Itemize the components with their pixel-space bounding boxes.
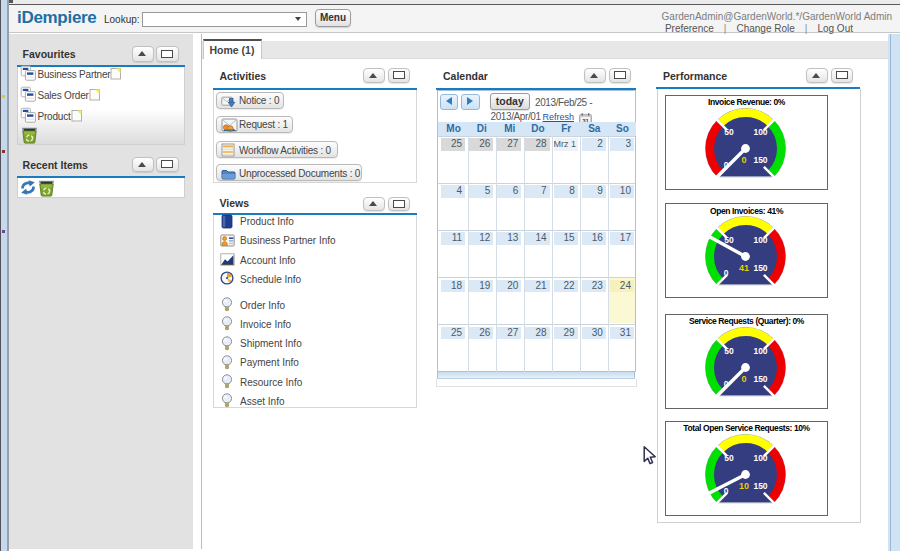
svg-text:50: 50 [724, 453, 734, 463]
svg-text:100: 100 [753, 127, 767, 137]
svg-text:10: 10 [739, 481, 749, 491]
svg-text:41: 41 [739, 263, 749, 273]
svg-text:50: 50 [724, 346, 734, 356]
svg-text:100: 100 [753, 346, 767, 356]
svg-text:0: 0 [724, 268, 729, 278]
svg-text:100: 100 [753, 453, 767, 463]
svg-text:100: 100 [753, 235, 767, 245]
svg-text:50: 50 [724, 127, 734, 137]
svg-text:150: 150 [753, 481, 767, 491]
svg-text:0: 0 [724, 485, 729, 495]
svg-text:150: 150 [753, 374, 767, 384]
svg-text:0: 0 [741, 374, 746, 384]
svg-text:150: 150 [753, 155, 767, 165]
svg-text:0: 0 [741, 155, 746, 165]
svg-text:150: 150 [753, 263, 767, 273]
